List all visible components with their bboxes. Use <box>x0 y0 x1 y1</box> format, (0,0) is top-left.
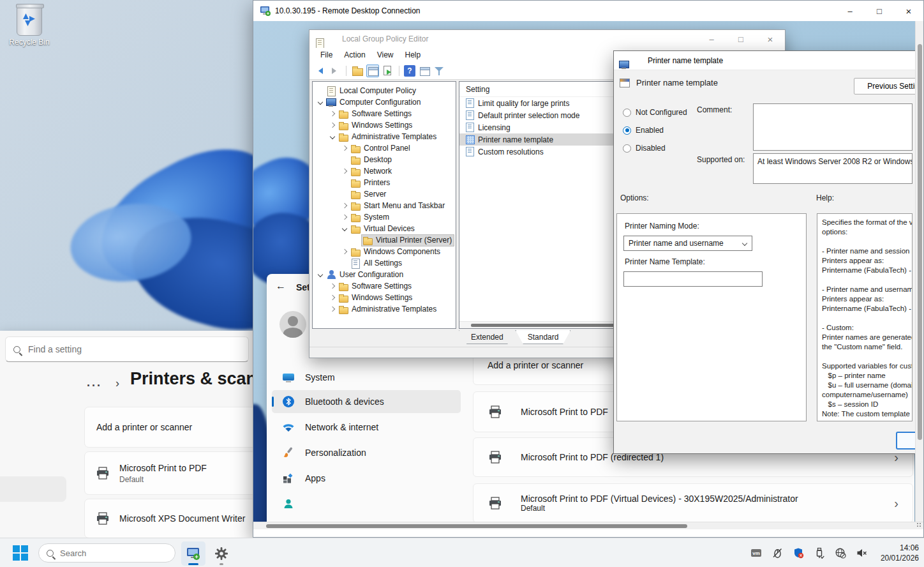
vertical-scrollbar[interactable] <box>915 21 923 522</box>
tree-item-body[interactable]: Windows Settings <box>338 120 414 131</box>
forward-icon[interactable] <box>329 64 341 77</box>
tree-expander-icon[interactable] <box>315 100 325 104</box>
menu-action[interactable]: Action <box>338 50 371 59</box>
back-icon[interactable] <box>313 64 326 77</box>
radio-icon[interactable] <box>623 144 631 153</box>
tree-item-body[interactable]: System <box>350 212 391 223</box>
tree-item[interactable]: Server <box>313 188 456 200</box>
tree-item-body[interactable]: Computer Configuration <box>325 97 422 108</box>
tree-item[interactable]: Virtual Devices <box>313 223 456 234</box>
tree-expander-icon[interactable] <box>339 204 350 208</box>
taskbar-settings-app[interactable] <box>209 541 234 566</box>
add-printer-card[interactable]: Add a printer or scanner <box>84 407 254 448</box>
network-disconnected-icon[interactable] <box>835 547 846 559</box>
tree-item[interactable]: Control Panel <box>313 142 456 154</box>
tree-expander-icon[interactable] <box>327 123 338 127</box>
tree-item-body[interactable]: Administrative Templates <box>338 304 438 315</box>
sidebar-item-personalization[interactable]: Personalization <box>272 441 461 464</box>
security-alert-icon[interactable] <box>793 547 804 559</box>
export-list-icon[interactable] <box>382 64 394 77</box>
tree-item-body[interactable]: Control Panel <box>350 143 412 154</box>
tree-item[interactable]: Network <box>313 165 456 177</box>
minimize-button[interactable]: – <box>697 30 726 48</box>
taskbar-search[interactable] <box>38 543 175 563</box>
previous-setting-button[interactable]: Previous Setting <box>854 78 923 94</box>
up-one-level-icon[interactable] <box>351 64 364 77</box>
sidebar-item-bluetooth-devices[interactable]: Bluetooth & devices <box>272 390 461 413</box>
radio-selected-icon[interactable] <box>623 126 631 135</box>
tree-item-body[interactable]: Local Computer Policy <box>325 86 418 96</box>
tree-item[interactable]: Virtual Printer (Server) <box>313 234 456 246</box>
menu-file[interactable]: File <box>315 50 338 59</box>
taskbar-search-input[interactable] <box>60 548 156 558</box>
tree-item[interactable]: Administrative Templates <box>313 131 456 142</box>
gpe-titlebar[interactable]: Local Group Policy Editor – □ × <box>309 30 785 48</box>
show-console-tree-icon[interactable] <box>366 64 379 77</box>
tree-item-body[interactable]: Network <box>350 166 394 177</box>
tree-expander-icon[interactable] <box>339 146 350 150</box>
tree-expander-icon[interactable] <box>327 307 338 311</box>
tree-item-body[interactable]: User Configuration <box>325 269 405 280</box>
standard-view-icon[interactable] <box>418 64 431 77</box>
taskbar-clock[interactable]: 14:06 20/01/2026 <box>876 543 919 563</box>
tree-item-body[interactable]: Desktop <box>350 155 394 165</box>
radio-icon[interactable] <box>623 109 631 117</box>
menu-view[interactable]: View <box>371 50 399 59</box>
scrollbar-thumb[interactable] <box>918 44 922 440</box>
printer-card[interactable]: Microsoft Print to PDF Default <box>84 451 254 495</box>
tree-item-body[interactable]: Virtual Devices <box>350 223 417 234</box>
radio-not-configured[interactable]: Not Configured <box>623 108 687 117</box>
breadcrumb-ellipsis[interactable]: ··· <box>87 379 102 393</box>
tree-item-body[interactable]: Windows Components <box>350 246 442 257</box>
tree-item[interactable]: System <box>313 211 456 223</box>
tree-item-body[interactable]: Software Settings <box>338 109 414 119</box>
tab-extended[interactable]: Extended <box>459 330 516 344</box>
close-button[interactable]: × <box>894 1 923 21</box>
user-avatar[interactable] <box>279 311 306 338</box>
help-icon[interactable]: ? <box>404 65 415 77</box>
sidebar-item-apps[interactable]: Apps <box>272 467 461 490</box>
tree-expander-icon[interactable] <box>327 112 338 116</box>
tree-item-body[interactable]: Server <box>350 189 388 200</box>
tree-item-body[interactable]: Windows Settings <box>338 292 414 303</box>
start-button[interactable] <box>13 545 28 561</box>
tree-item[interactable]: Windows Settings <box>313 119 456 131</box>
tree-item[interactable]: Windows Components <box>313 246 456 257</box>
printer-card[interactable]: Microsoft Print to PDF (Virtual Devices)… <box>473 483 913 523</box>
tree-expander-icon[interactable] <box>327 296 338 299</box>
tree-item[interactable]: Software Settings <box>313 108 456 119</box>
resize-grip[interactable] <box>916 522 922 528</box>
tree-item[interactable]: User Configuration <box>313 269 456 280</box>
printer-card[interactable]: Microsoft XPS Document Writer <box>84 499 254 538</box>
volume-muted-icon[interactable] <box>856 547 867 559</box>
close-button[interactable]: × <box>756 30 785 48</box>
tree-expander-icon[interactable] <box>339 169 350 173</box>
sidebar-item-accounts[interactable] <box>272 492 461 515</box>
tree-item[interactable]: Computer Configuration <box>313 96 456 108</box>
search-input[interactable] <box>28 344 220 354</box>
rdp-titlebar[interactable]: 10.0.30.195 - Remote Desktop Connection … <box>253 1 923 21</box>
mouse-disabled-icon[interactable] <box>771 547 783 559</box>
maximize-button[interactable]: □ <box>865 1 894 21</box>
tree-item-body[interactable]: All Settings <box>350 258 404 269</box>
recycle-bin-desktop-icon[interactable]: Recycle Bin <box>6 5 52 47</box>
sidebar-item-highlight[interactable] <box>0 476 66 502</box>
tree-item[interactable]: Windows Settings <box>313 292 456 303</box>
tree-item-body[interactable]: Administrative Templates <box>338 132 438 142</box>
maximize-button[interactable]: □ <box>726 30 756 48</box>
tab-standard[interactable]: Standard <box>516 330 571 344</box>
tree-item-body[interactable]: Start Menu and Taskbar <box>350 200 447 211</box>
comment-textarea[interactable] <box>753 103 913 151</box>
horizontal-scrollbar[interactable] <box>253 522 923 529</box>
tree-expander-icon[interactable] <box>315 273 325 276</box>
tree-item[interactable]: Software Settings <box>313 280 456 292</box>
name-template-input[interactable] <box>623 271 763 287</box>
find-a-setting-search[interactable] <box>5 336 249 362</box>
taskbar-rdp-app[interactable] <box>181 541 205 566</box>
tree-item[interactable]: Start Menu and Taskbar <box>313 200 456 211</box>
naming-mode-dropdown[interactable]: Printer name and username <box>623 236 752 251</box>
tree-item[interactable]: Local Computer Policy <box>313 85 456 96</box>
radio-disabled[interactable]: Disabled <box>623 144 666 153</box>
tree-item-body[interactable]: Software Settings <box>338 281 414 292</box>
menu-help[interactable]: Help <box>399 50 427 59</box>
